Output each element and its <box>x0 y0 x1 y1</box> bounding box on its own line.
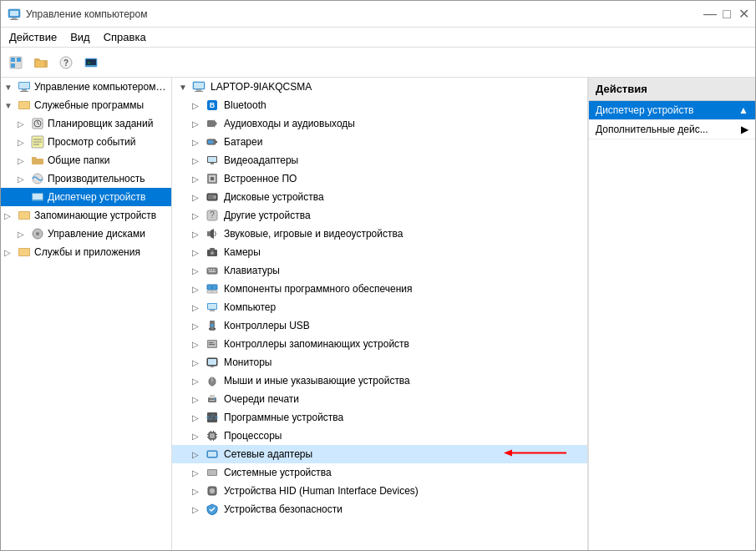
svg-rect-47 <box>216 141 217 143</box>
device-item-14[interactable]: ▷ Мониторы <box>172 353 587 372</box>
device-type-icon <box>205 154 219 167</box>
device-expand-icon: ▷ <box>192 450 205 459</box>
tree-item-events[interactable]: ▷ Просмотр событий <box>1 133 171 151</box>
device-item-15[interactable]: ▷ Мыши и иные указывающие устройства <box>172 372 587 390</box>
device-expand-icon: ▷ <box>192 193 205 202</box>
device-expand-icon: ▷ <box>192 395 205 404</box>
device-expand-icon: ▷ <box>192 377 205 386</box>
tree-item-disk-management[interactable]: ▷ Управление дисками <box>1 225 171 243</box>
device-item-20[interactable]: ▷ Системные устройства <box>172 463 587 482</box>
device-label: Bluetooth <box>224 99 266 111</box>
tree-label-storage-devices: Запоминающие устройств <box>34 210 156 221</box>
left-panel: ▼ Управление компьютером (лс ▼ Сл <box>1 78 172 550</box>
device-type-icon <box>205 429 219 442</box>
toolbar-folder-button[interactable] <box>29 51 53 74</box>
tree-item-device-manager[interactable]: Диспетчер устройств <box>1 188 171 206</box>
device-expand-icon: ▷ <box>192 340 205 349</box>
action-additional[interactable]: Дополнительные дейс... ▶ <box>589 120 755 139</box>
tree-item-scheduler[interactable]: ▷ Планировщик заданий <box>1 114 171 133</box>
device-item-6[interactable]: ▷ ? Другие устройства <box>172 206 587 225</box>
main-content: ▼ Управление компьютером (лс ▼ Сл <box>1 78 755 550</box>
svg-rect-65 <box>210 248 215 250</box>
tree-item-performance[interactable]: ▷ Производительность <box>1 169 171 188</box>
maximize-button[interactable]: □ <box>722 9 732 19</box>
device-type-icon <box>205 135 219 149</box>
svg-rect-92 <box>210 395 215 398</box>
device-type-icon <box>205 172 219 185</box>
device-list: ▷ B Bluetooth ▷ Аудиовходы и аудиовыходы… <box>172 96 587 518</box>
device-type-icon <box>205 374 219 387</box>
tree-item-storage-devices[interactable]: ▷ Запоминающие устройств <box>1 206 171 225</box>
device-label: Батареи <box>224 136 262 148</box>
svg-point-94 <box>214 398 216 400</box>
device-label: Видеоадаптеры <box>224 154 298 166</box>
window-icon <box>8 8 21 21</box>
device-item-17[interactable]: ▷ </> Программные устройства <box>172 408 587 427</box>
device-item-7[interactable]: ▷ Звуковые, игровые и видеоустройства <box>172 225 587 243</box>
device-type-icon <box>205 282 219 296</box>
menu-view[interactable]: Вид <box>65 29 95 45</box>
tree-label-folders: Общие папки <box>48 154 109 166</box>
device-item-19[interactable]: ▷ Сетевые адаптеры <box>172 445 587 463</box>
device-label: Устройства HID (Human Interface Devices) <box>224 485 419 497</box>
device-item-12[interactable]: ▷ Контроллеры USB <box>172 316 587 335</box>
device-item-0[interactable]: ▷ B Bluetooth <box>172 96 587 114</box>
device-item-9[interactable]: ▷ Клавиатуры <box>172 261 587 280</box>
svg-rect-108 <box>208 452 216 457</box>
menu-action[interactable]: Действие <box>4 29 62 45</box>
device-item-3[interactable]: ▷ Видеоадаптеры <box>172 151 587 169</box>
device-label: Контроллеры USB <box>224 320 310 331</box>
svg-rect-106 <box>213 439 214 441</box>
device-expand-icon: ▷ <box>192 413 205 422</box>
svg-rect-99 <box>207 434 209 435</box>
tree-item-services-apps[interactable]: ▷ Службы и приложения <box>1 243 171 261</box>
device-type-icon <box>205 466 219 479</box>
svg-rect-85 <box>209 344 215 345</box>
device-expand-icon: ▷ <box>192 321 205 331</box>
device-item-2[interactable]: ▷ Батареи <box>172 133 587 151</box>
svg-point-57 <box>214 196 216 199</box>
middle-panel: ▼ LAPTOP-9IAKQCSMA ▷ B Bluetooth ▷ Аудио… <box>172 78 588 550</box>
svg-marker-45 <box>214 119 217 128</box>
device-item-8[interactable]: ▷ Камеры <box>172 243 587 261</box>
menu-help[interactable]: Справка <box>99 29 151 45</box>
toolbar-back-button[interactable] <box>4 51 28 74</box>
toolbar-help-button[interactable]: ? <box>54 51 78 74</box>
tree-item-folders[interactable]: ▷ Общие папки <box>1 151 171 169</box>
tree-item-services[interactable]: ▼ Служебные программы <box>1 96 171 114</box>
svg-rect-37 <box>19 249 29 255</box>
device-item-16[interactable]: ▷ Очереди печати <box>172 390 587 408</box>
device-item-10[interactable]: ▷ Компоненты программного обеспечения <box>172 280 587 298</box>
device-label: Звуковые, игровые и видеоустройства <box>224 228 403 240</box>
menu-bar: Действие Вид Справка <box>1 28 755 48</box>
device-item-22[interactable]: ▷ Устройства безопасности <box>172 500 587 518</box>
svg-rect-6 <box>17 58 21 62</box>
tree-label-scheduler: Планировщик заданий <box>48 118 153 129</box>
svg-rect-84 <box>209 342 213 343</box>
device-label: Компоненты программного обеспечения <box>224 283 413 295</box>
svg-rect-16 <box>19 83 29 88</box>
device-item-5[interactable]: ▷ Дисковые устройства <box>172 188 587 206</box>
tree-root[interactable]: ▼ Управление компьютером (лс <box>1 78 171 96</box>
device-item-11[interactable]: ▷ Компьютер <box>172 298 587 316</box>
device-type-icon: ? <box>205 209 219 222</box>
toolbar-console-button[interactable]: >_ <box>79 51 103 74</box>
device-expand-icon: ▷ <box>192 156 205 165</box>
svg-rect-73 <box>207 291 212 293</box>
device-expand-icon: ▷ <box>192 505 205 514</box>
device-type-icon <box>205 301 219 314</box>
action-device-manager[interactable]: Диспетчер устройств ▲ <box>589 101 755 120</box>
svg-rect-105 <box>211 439 211 441</box>
device-type-icon <box>205 190 219 204</box>
close-button[interactable]: ✕ <box>738 9 748 19</box>
minimize-button[interactable]: — <box>705 9 715 19</box>
device-item-13[interactable]: ▷ Контроллеры запоминающих устройств <box>172 335 587 353</box>
device-type-icon <box>205 503 219 516</box>
computer-header[interactable]: ▼ LAPTOP-9IAKQCSMA <box>172 78 587 96</box>
device-expand-icon: ▷ <box>192 248 205 257</box>
device-item-4[interactable]: ▷ Встроенное ПО <box>172 169 587 188</box>
device-item-1[interactable]: ▷ Аудиовходы и аудиовыходы <box>172 114 587 133</box>
device-item-21[interactable]: ▷ Устройства HID (Human Interface Device… <box>172 482 587 500</box>
device-item-18[interactable]: ▷ Процессоры <box>172 427 587 445</box>
svg-rect-40 <box>196 89 201 91</box>
